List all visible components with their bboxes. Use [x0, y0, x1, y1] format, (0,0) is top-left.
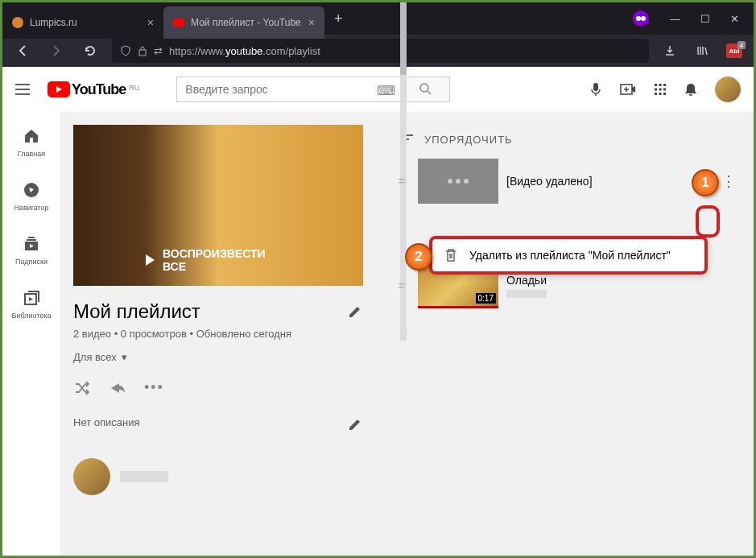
youtube-body: Главная Навигатор Подписки Библиотека — [2, 112, 754, 556]
svg-rect-10 — [659, 89, 662, 91]
play-all-button[interactable]: ВОСПРОИЗВЕСТИ ВСЕ — [146, 247, 291, 273]
sidebar-item-subscriptions[interactable]: Подписки — [2, 223, 60, 277]
trash-icon — [444, 247, 458, 263]
youtube-icon — [48, 81, 70, 97]
main-content: ВОСПРОИЗВЕСТИ ВСЕ Мой плейлист 2 видео •… — [60, 112, 754, 556]
edit-title-icon[interactable] — [347, 304, 363, 320]
svg-rect-18 — [28, 237, 35, 238]
create-icon[interactable] — [620, 83, 636, 96]
shield-icon — [120, 45, 131, 56]
drag-handle-icon[interactable]: = — [394, 174, 410, 188]
svg-point-3 — [420, 84, 428, 92]
sidebar-item-label: Подписки — [15, 258, 48, 266]
tab-strip: Lumpics.ru × Мой плейлист - YouTube × + — [2, 2, 633, 35]
shuffle-button[interactable] — [73, 379, 91, 397]
svg-rect-7 — [659, 84, 662, 86]
playlist-description-row: Нет описания — [73, 402, 363, 447]
sidebar-item-explore[interactable]: Навигатор — [2, 169, 60, 223]
tab-lumpics[interactable]: Lumpics.ru × — [2, 6, 163, 39]
video-menu-button[interactable]: ⋮ — [720, 167, 737, 195]
library-icon — [22, 288, 41, 308]
drag-handle-icon[interactable]: = — [394, 279, 410, 293]
close-icon[interactable]: × — [308, 16, 315, 29]
back-button[interactable] — [10, 39, 35, 63]
video-duration: 0:17 — [476, 293, 496, 304]
share-button[interactable] — [109, 379, 126, 397]
compass-icon — [22, 180, 41, 200]
reload-button[interactable] — [78, 39, 102, 63]
home-icon — [22, 126, 41, 146]
close-button[interactable]: ✕ — [730, 13, 739, 25]
forward-button[interactable] — [44, 39, 68, 63]
extension-icon[interactable]: Abi4 — [723, 43, 746, 58]
playlist-actions: ••• — [73, 374, 378, 402]
video-title: Оладьи — [506, 274, 547, 287]
svg-rect-13 — [659, 93, 662, 95]
menu-icon[interactable] — [15, 80, 35, 99]
svg-point-0 — [636, 16, 641, 21]
video-thumbnail — [418, 159, 498, 204]
download-icon[interactable] — [659, 44, 681, 57]
sort-button[interactable]: УПОРЯДОЧИТЬ — [386, 125, 746, 154]
owner-name — [120, 471, 168, 482]
svg-rect-17 — [27, 239, 36, 241]
sidebar-item-home[interactable]: Главная — [2, 115, 60, 169]
chevron-down-icon: ▾ — [122, 351, 127, 363]
address-bar[interactable]: ⇄ https://www.youtube.com/playlist — [112, 39, 649, 63]
tab-label: Lumpics.ru — [30, 17, 77, 28]
callout-2: 2 — [405, 243, 432, 271]
svg-rect-4 — [593, 83, 598, 91]
more-button[interactable]: ••• — [144, 379, 164, 397]
edit-description-icon[interactable] — [347, 416, 363, 432]
window-controls: — ☐ ✕ — [655, 13, 754, 25]
avatar[interactable] — [715, 76, 741, 102]
locale-badge: RU — [129, 84, 139, 92]
favicon-youtube — [173, 19, 184, 27]
sidebar-item-label: Навигатор — [14, 204, 48, 212]
apps-icon[interactable] — [654, 83, 667, 96]
minimize-button[interactable]: — — [670, 13, 680, 25]
youtube-logo[interactable]: YouTube RU — [48, 81, 139, 98]
keyboard-icon[interactable]: ⌨ — [377, 83, 395, 98]
svg-rect-9 — [655, 89, 657, 91]
search-button[interactable] — [402, 76, 450, 102]
library-icon[interactable] — [691, 44, 713, 57]
sidebar-item-library[interactable]: Библиотека — [2, 277, 60, 331]
incognito-icon — [633, 10, 649, 27]
video-channel — [506, 290, 547, 298]
playlist-description: Нет описания — [73, 416, 140, 432]
maximize-button[interactable]: ☐ — [700, 13, 710, 25]
tab-youtube[interactable]: Мой плейлист - YouTube × — [163, 6, 324, 39]
privacy-dropdown[interactable]: Для всех ▾ — [73, 340, 378, 374]
search-form: ⌨ — [176, 76, 450, 102]
search-input[interactable] — [176, 76, 402, 102]
browser-toolbar: ⇄ https://www.youtube.com/playlist Abi4 … — [2, 35, 754, 67]
playlist-info: ВОСПРОИЗВЕСТИ ВСЕ Мой плейлист 2 видео •… — [73, 125, 378, 556]
playlist-title: Мой плейлист — [73, 300, 200, 323]
mic-icon[interactable] — [589, 81, 602, 97]
tab-label: Мой плейлист - YouTube — [191, 17, 301, 28]
favicon-lumpics — [12, 17, 23, 28]
notifications-icon[interactable] — [684, 82, 697, 97]
close-icon[interactable]: × — [147, 16, 154, 29]
menu-item-delete[interactable]: Удалить из плейлиста "Мой плейлист" — [469, 249, 671, 262]
playlist-title-row: Мой плейлист — [73, 286, 363, 328]
svg-rect-2 — [139, 50, 146, 56]
context-menu: Удалить из плейлиста "Мой плейлист" — [429, 236, 708, 275]
svg-rect-6 — [655, 84, 657, 86]
playlist-meta: 2 видео • 0 просмотров • Обновлено сегод… — [73, 328, 363, 340]
svg-point-1 — [641, 16, 646, 21]
svg-rect-8 — [663, 84, 666, 86]
url-text: https://www.youtube.com/playlist — [169, 45, 320, 57]
owner-avatar[interactable] — [73, 458, 110, 495]
highlight-marker — [696, 205, 720, 238]
browser-titlebar: Lumpics.ru × Мой плейлист - YouTube × + … — [2, 2, 754, 35]
new-tab-button[interactable]: + — [324, 2, 353, 35]
lock-icon — [138, 45, 147, 56]
header-actions — [589, 76, 741, 102]
callout-1: 1 — [692, 169, 719, 196]
page-content: YouTube RU ⌨ — [2, 67, 754, 556]
playlist-hero[interactable]: ВОСПРОИЗВЕСТИ ВСЕ — [73, 125, 363, 286]
sidebar-item-label: Главная — [18, 150, 45, 158]
sidebar-item-label: Библиотека — [12, 312, 52, 320]
